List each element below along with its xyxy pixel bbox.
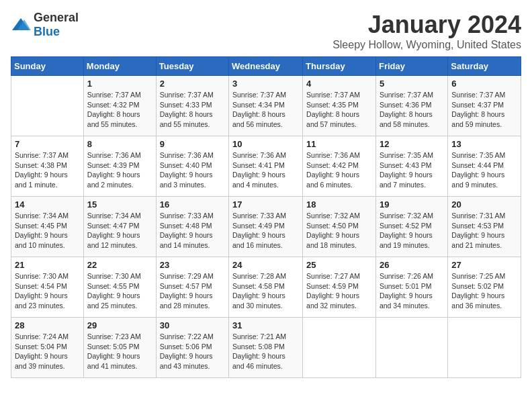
day-number: 9: [160, 139, 225, 149]
day-number: 23: [160, 260, 225, 270]
calendar-cell: 18Sunrise: 7:32 AMSunset: 4:50 PMDayligh…: [303, 197, 376, 257]
day-number: 16: [160, 199, 225, 210]
day-info: Sunrise: 7:36 AMSunset: 4:42 PMDaylight:…: [306, 150, 372, 190]
logo-blue: Blue: [34, 25, 60, 38]
day-info: Sunrise: 7:37 AMSunset: 4:34 PMDaylight:…: [232, 90, 299, 130]
day-number: 3: [232, 79, 299, 89]
logo-general: General: [34, 11, 79, 24]
day-number: 19: [380, 199, 444, 210]
day-number: 27: [451, 260, 517, 270]
day-number: 30: [160, 320, 225, 330]
day-info: Sunrise: 7:31 AMSunset: 4:53 PMDaylight:…: [451, 211, 517, 250]
calendar-week-row: 14Sunrise: 7:34 AMSunset: 4:45 PMDayligh…: [11, 197, 521, 257]
day-number: 15: [87, 199, 152, 210]
day-header: Thursday: [303, 57, 376, 76]
day-number: 21: [15, 260, 80, 270]
calendar-week-row: 1Sunrise: 7:37 AMSunset: 4:32 PMDaylight…: [11, 76, 521, 136]
calendar-cell: 6Sunrise: 7:37 AMSunset: 4:37 PMDaylight…: [448, 76, 521, 136]
calendar-cell: [11, 76, 84, 136]
calendar-cell: 5Sunrise: 7:37 AMSunset: 4:36 PMDaylight…: [375, 76, 447, 136]
day-info: Sunrise: 7:23 AMSunset: 5:05 PMDaylight:…: [87, 332, 152, 371]
calendar-cell: 21Sunrise: 7:30 AMSunset: 4:54 PMDayligh…: [11, 257, 84, 318]
day-header: Wednesday: [229, 57, 303, 76]
day-number: 2: [160, 79, 225, 89]
calendar-cell: 19Sunrise: 7:32 AMSunset: 4:52 PMDayligh…: [375, 197, 447, 257]
calendar-cell: 7Sunrise: 7:37 AMSunset: 4:38 PMDaylight…: [11, 136, 84, 197]
day-header: Sunday: [11, 57, 84, 76]
day-number: 14: [15, 199, 80, 210]
location-title: Sleepy Hollow, Wyoming, United States: [332, 39, 521, 51]
day-info: Sunrise: 7:33 AMSunset: 4:49 PMDaylight:…: [232, 211, 299, 250]
day-number: 22: [87, 260, 152, 270]
day-header: Saturday: [448, 57, 521, 76]
day-info: Sunrise: 7:21 AMSunset: 5:08 PMDaylight:…: [232, 332, 299, 371]
day-info: Sunrise: 7:36 AMSunset: 4:41 PMDaylight:…: [232, 150, 299, 190]
day-info: Sunrise: 7:36 AMSunset: 4:39 PMDaylight:…: [87, 150, 152, 190]
day-info: Sunrise: 7:28 AMSunset: 4:58 PMDaylight:…: [232, 271, 299, 311]
calendar-week-row: 21Sunrise: 7:30 AMSunset: 4:54 PMDayligh…: [11, 257, 521, 318]
day-number: 28: [15, 320, 80, 330]
calendar-cell: 9Sunrise: 7:36 AMSunset: 4:40 PMDaylight…: [156, 136, 228, 197]
day-info: Sunrise: 7:34 AMSunset: 4:47 PMDaylight:…: [87, 211, 152, 250]
calendar-cell: [448, 318, 521, 378]
day-number: 29: [87, 320, 152, 330]
day-info: Sunrise: 7:37 AMSunset: 4:37 PMDaylight:…: [451, 90, 517, 130]
calendar-cell: 25Sunrise: 7:27 AMSunset: 4:59 PMDayligh…: [303, 257, 376, 318]
day-info: Sunrise: 7:37 AMSunset: 4:32 PMDaylight:…: [87, 90, 152, 130]
calendar-cell: 16Sunrise: 7:33 AMSunset: 4:48 PMDayligh…: [156, 197, 228, 257]
calendar-cell: 8Sunrise: 7:36 AMSunset: 4:39 PMDaylight…: [83, 136, 156, 197]
day-number: 10: [232, 139, 299, 149]
day-info: Sunrise: 7:32 AMSunset: 4:50 PMDaylight:…: [306, 211, 372, 250]
calendar-cell: 14Sunrise: 7:34 AMSunset: 4:45 PMDayligh…: [11, 197, 84, 257]
calendar-cell: 23Sunrise: 7:29 AMSunset: 4:57 PMDayligh…: [156, 257, 228, 318]
day-info: Sunrise: 7:36 AMSunset: 4:40 PMDaylight:…: [160, 150, 225, 190]
day-number: 31: [232, 320, 299, 330]
calendar-cell: 20Sunrise: 7:31 AMSunset: 4:53 PMDayligh…: [448, 197, 521, 257]
day-number: 24: [232, 260, 299, 270]
calendar-cell: 12Sunrise: 7:35 AMSunset: 4:43 PMDayligh…: [375, 136, 447, 197]
logo-icon: [11, 17, 31, 33]
calendar-cell: 3Sunrise: 7:37 AMSunset: 4:34 PMDaylight…: [229, 76, 303, 136]
logo-text: General Blue: [34, 11, 79, 39]
month-title: January 2024: [332, 11, 521, 39]
day-header: Monday: [83, 57, 156, 76]
day-header: Friday: [375, 57, 447, 76]
calendar-week-row: 7Sunrise: 7:37 AMSunset: 4:38 PMDaylight…: [11, 136, 521, 197]
day-info: Sunrise: 7:25 AMSunset: 5:02 PMDaylight:…: [451, 271, 517, 311]
calendar-cell: 29Sunrise: 7:23 AMSunset: 5:05 PMDayligh…: [83, 318, 156, 378]
day-number: 6: [451, 79, 517, 89]
day-info: Sunrise: 7:35 AMSunset: 4:43 PMDaylight:…: [380, 150, 444, 190]
day-number: 25: [306, 260, 372, 270]
day-info: Sunrise: 7:24 AMSunset: 5:04 PMDaylight:…: [15, 332, 80, 371]
day-number: 7: [15, 139, 80, 149]
day-number: 4: [306, 79, 372, 89]
page-header: General Blue January 2024 Sleepy Hollow,…: [11, 11, 521, 51]
day-number: 18: [306, 199, 372, 210]
day-info: Sunrise: 7:33 AMSunset: 4:48 PMDaylight:…: [160, 211, 225, 250]
day-header: Tuesday: [156, 57, 228, 76]
logo: General Blue: [11, 11, 79, 39]
day-info: Sunrise: 7:22 AMSunset: 5:06 PMDaylight:…: [160, 332, 225, 371]
day-info: Sunrise: 7:30 AMSunset: 4:55 PMDaylight:…: [87, 271, 152, 311]
calendar-cell: 26Sunrise: 7:26 AMSunset: 5:01 PMDayligh…: [375, 257, 447, 318]
calendar-cell: 2Sunrise: 7:37 AMSunset: 4:33 PMDaylight…: [156, 76, 228, 136]
calendar-cell: 17Sunrise: 7:33 AMSunset: 4:49 PMDayligh…: [229, 197, 303, 257]
calendar-header-row: SundayMondayTuesdayWednesdayThursdayFrid…: [11, 57, 521, 76]
calendar-cell: 13Sunrise: 7:35 AMSunset: 4:44 PMDayligh…: [448, 136, 521, 197]
day-info: Sunrise: 7:35 AMSunset: 4:44 PMDaylight:…: [451, 150, 517, 190]
calendar-cell: 24Sunrise: 7:28 AMSunset: 4:58 PMDayligh…: [229, 257, 303, 318]
day-info: Sunrise: 7:34 AMSunset: 4:45 PMDaylight:…: [15, 211, 80, 250]
day-number: 8: [87, 139, 152, 149]
calendar-week-row: 28Sunrise: 7:24 AMSunset: 5:04 PMDayligh…: [11, 318, 521, 378]
day-info: Sunrise: 7:27 AMSunset: 4:59 PMDaylight:…: [306, 271, 372, 311]
day-info: Sunrise: 7:37 AMSunset: 4:38 PMDaylight:…: [15, 150, 80, 190]
day-number: 13: [451, 139, 517, 149]
day-number: 1: [87, 79, 152, 89]
day-info: Sunrise: 7:37 AMSunset: 4:33 PMDaylight:…: [160, 90, 225, 130]
day-info: Sunrise: 7:37 AMSunset: 4:35 PMDaylight:…: [306, 90, 372, 130]
calendar-cell: 1Sunrise: 7:37 AMSunset: 4:32 PMDaylight…: [83, 76, 156, 136]
calendar-cell: 4Sunrise: 7:37 AMSunset: 4:35 PMDaylight…: [303, 76, 376, 136]
calendar-cell: [303, 318, 376, 378]
day-number: 12: [380, 139, 444, 149]
day-info: Sunrise: 7:29 AMSunset: 4:57 PMDaylight:…: [160, 271, 225, 311]
